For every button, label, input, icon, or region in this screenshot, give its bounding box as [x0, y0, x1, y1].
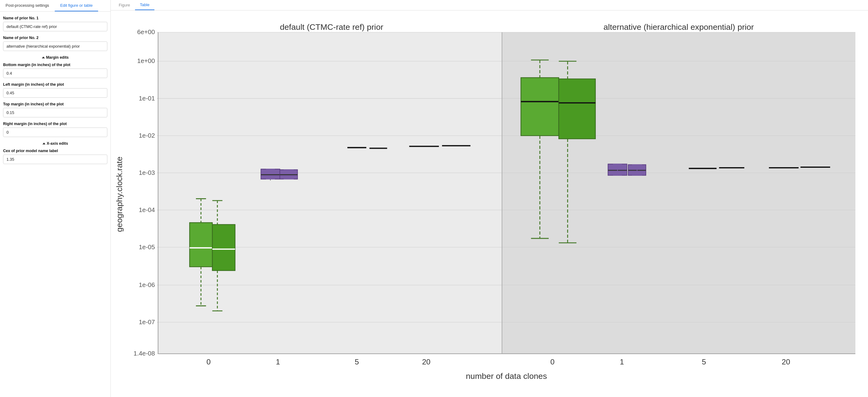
- boxplot-right-1-box2: [628, 165, 646, 175]
- prior1-label: Name of prior No. 1: [3, 16, 107, 20]
- prior2-input[interactable]: [3, 41, 107, 51]
- tab-edit-figure[interactable]: Edit figure or table: [55, 0, 98, 11]
- chart-tab-bar: Figure Table: [111, 0, 868, 10]
- xaxis-chevron-icon: [42, 142, 45, 144]
- x-axis-label: number of data clones: [466, 371, 547, 381]
- margin-chevron-icon: [42, 57, 45, 58]
- xtick-left-20: 20: [422, 358, 430, 366]
- tab-post-processing[interactable]: Post-processing settings: [0, 0, 55, 11]
- right-margin-label: Right margin (in inches) of the plot: [3, 122, 107, 126]
- svg-rect-18: [189, 223, 212, 267]
- ytick-1e-5: 1e-05: [139, 243, 155, 251]
- bottom-margin-label: Bottom margin (in inches) of the plot: [3, 63, 107, 67]
- bottom-margin-group: Bottom margin (in inches) of the plot: [3, 63, 107, 78]
- xaxis-section-header: X-axis edits: [3, 141, 107, 146]
- title-left: default (CTMC-rate ref) prior: [280, 23, 383, 32]
- xtick-right-20: 20: [782, 358, 790, 366]
- tab-table[interactable]: Table: [135, 0, 154, 10]
- svg-rect-27: [261, 169, 280, 179]
- ytick-1e-4: 1e-04: [139, 206, 155, 213]
- svg-rect-0: [158, 32, 502, 354]
- right-margin-input[interactable]: [3, 128, 107, 137]
- top-margin-input[interactable]: [3, 108, 107, 118]
- chart-area: geography.clock.rate .ytick { font-size:…: [111, 10, 868, 397]
- xtick-right-0: 0: [550, 358, 555, 366]
- bottom-margin-input[interactable]: [3, 68, 107, 78]
- xtick-right-1: 1: [620, 358, 624, 366]
- xtick-left-5: 5: [354, 358, 359, 366]
- left-panel: Post-processing settings Edit figure or …: [0, 0, 111, 397]
- xtick-right-5: 5: [702, 358, 706, 366]
- panel-content: Name of prior No. 1 Name of prior No. 2 …: [0, 12, 111, 173]
- ytick-1e-2: 1e-02: [139, 132, 155, 139]
- top-margin-label: Top margin (in inches) of the plot: [3, 102, 107, 106]
- ytick-1e-3: 1e-03: [139, 169, 155, 176]
- xtick-left-0: 0: [207, 358, 211, 366]
- boxplot-left-1-box2: [280, 170, 298, 179]
- ytick-1p4e-8: 1.4e-08: [133, 350, 155, 357]
- left-margin-input[interactable]: [3, 88, 107, 98]
- margin-section-header: Margin edits: [3, 55, 107, 60]
- tab-figure[interactable]: Figure: [114, 0, 135, 10]
- prior1-group: Name of prior No. 1: [3, 16, 107, 31]
- svg-rect-50: [559, 79, 595, 139]
- svg-rect-24: [212, 225, 235, 271]
- left-margin-label: Left margin (in inches) of the plot: [3, 82, 107, 87]
- prior2-label: Name of prior No. 2: [3, 36, 107, 40]
- svg-rect-44: [521, 78, 559, 136]
- boxplot-right-1-box1: [608, 164, 627, 175]
- ytick-1e-6: 1e-06: [139, 281, 155, 288]
- right-margin-group: Right margin (in inches) of the plot: [3, 122, 107, 137]
- ytick-6e0: 6e+00: [137, 28, 155, 35]
- boxplot-left-1-box1: [261, 169, 280, 180]
- ytick-1e-7: 1e-07: [139, 318, 155, 325]
- left-margin-group: Left margin (in inches) of the plot: [3, 82, 107, 98]
- cex-label: Cex of prior model name label: [3, 149, 107, 153]
- ytick-1e-1: 1e-01: [139, 95, 155, 102]
- left-tab-bar: Post-processing settings Edit figure or …: [0, 0, 111, 12]
- prior2-group: Name of prior No. 2: [3, 36, 107, 51]
- main-chart-svg: geography.clock.rate .ytick { font-size:…: [111, 13, 868, 394]
- title-right: alternative (hierarchical exponential) p…: [603, 23, 754, 32]
- y-axis-label: geography.clock.rate: [115, 156, 124, 232]
- ytick-1e0: 1e+00: [137, 57, 155, 64]
- right-panel: Figure Table geography.clock.rate .ytick…: [111, 0, 868, 397]
- top-margin-group: Top margin (in inches) of the plot: [3, 102, 107, 118]
- xtick-left-1: 1: [276, 358, 280, 366]
- prior1-input[interactable]: [3, 22, 107, 31]
- cex-group: Cex of prior model name label: [3, 149, 107, 164]
- cex-input[interactable]: [3, 155, 107, 164]
